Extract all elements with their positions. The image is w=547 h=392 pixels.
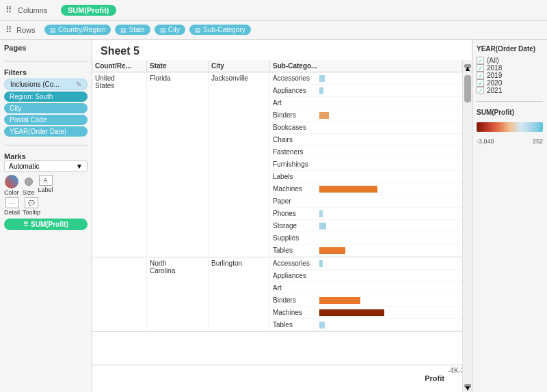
- group-block-burlington: NorthCarolina Burlington Accessories: [92, 257, 462, 332]
- country-region-icon: ▤: [50, 27, 56, 33]
- color-gradient-bar: [477, 122, 543, 132]
- bar-accessories: [319, 75, 325, 82]
- legend-item-2021[interactable]: ✓ 2021: [477, 87, 543, 94]
- right-panel: YEAR(Order Date) ✓ (All) ✓ 2018 ✓ 2019 ✓…: [472, 40, 547, 392]
- bar-acc2: [319, 260, 323, 267]
- size-icon: [22, 175, 36, 188]
- bar-binders2: [319, 297, 360, 304]
- list-item: Chairs: [270, 134, 462, 146]
- list-item: Art: [270, 97, 462, 109]
- dots-icon: ⠿: [23, 221, 28, 228]
- color-mark-btn[interactable]: Color: [4, 175, 19, 196]
- sheet-area: Sheet 5 Count/Re... State City Sub-Categ…: [92, 40, 472, 392]
- x-axis-label: Profit: [270, 374, 462, 382]
- marks-icons-row: Color Size A Label: [4, 175, 88, 196]
- list-item: Tables: [270, 244, 462, 257]
- marks-title: Marks: [4, 152, 88, 160]
- pages-title: Pages: [4, 44, 88, 52]
- chart-scroll[interactable]: UnitedStates Florida Jacksonville Access…: [92, 72, 462, 365]
- list-item: Bookcases: [270, 122, 462, 134]
- row-pill-subcategory[interactable]: ▤ Sub-Category: [189, 25, 251, 35]
- data-table: UnitedStates Florida Jacksonville Access…: [92, 72, 462, 332]
- scrollbar-thumb[interactable]: [464, 75, 471, 102]
- color-legend-title: SUM(Profit): [477, 109, 543, 116]
- bar-machines: [319, 186, 377, 193]
- list-item: Binders: [270, 109, 462, 122]
- legend-item-all[interactable]: ✓ (All): [477, 57, 543, 64]
- pages-section: Pages: [4, 44, 88, 54]
- list-item: Phones: [270, 208, 462, 220]
- detail-mark-btn[interactable]: ⋯ Detail: [4, 197, 20, 216]
- row-pill-state[interactable]: ▤ State: [115, 25, 150, 35]
- bar-binders: [319, 112, 329, 119]
- list-item: Paper: [270, 195, 462, 208]
- size-mark-btn[interactable]: Size: [22, 175, 36, 196]
- year-filter[interactable]: YEAR(Order Date): [4, 126, 88, 137]
- city-filter[interactable]: City: [4, 103, 88, 113]
- rows-grid-icon: ⠿: [5, 25, 12, 35]
- subcategory-icon: ▤: [195, 27, 201, 33]
- city-icon: ▤: [160, 27, 166, 33]
- col-header-state: State: [147, 60, 209, 72]
- marks-section: Marks Automatic ▼ Color Size: [4, 152, 88, 230]
- col-header-city: City: [209, 60, 270, 72]
- list-item: Art: [270, 282, 462, 294]
- checkbox-2021[interactable]: ✓: [477, 87, 484, 94]
- legend-item-2019[interactable]: ✓ 2019: [477, 72, 543, 79]
- legend-item-2018[interactable]: ✓ 2018: [477, 64, 543, 72]
- inclusions-filter[interactable]: Inclusions (Co... ✎: [4, 79, 88, 90]
- chevron-down-icon: ▼: [76, 163, 83, 170]
- sum-profit-columns-pill[interactable]: SUM(Profit): [61, 5, 116, 16]
- checkbox-2018[interactable]: ✓: [477, 64, 484, 72]
- state-icon: ▤: [120, 27, 126, 33]
- year-legend-items: ✓ (All) ✓ 2018 ✓ 2019 ✓ 2020 ✓ 2021: [477, 57, 543, 94]
- checkbox-all[interactable]: ✓: [477, 57, 484, 64]
- filters-section: Filters Inclusions (Co... ✎ Region: Sout…: [4, 68, 88, 138]
- bar-machines2: [319, 309, 384, 316]
- list-item: Supplies: [270, 232, 462, 244]
- scrollbar-up-arrow[interactable]: ▲: [464, 64, 471, 68]
- list-item: Tables: [270, 319, 462, 331]
- columns-grid-icon: ⠿: [5, 5, 12, 15]
- region-filter[interactable]: Region: South: [4, 92, 88, 102]
- x-axis: -4K -3K -2K -1K 0K Profit: [92, 365, 462, 392]
- list-item: Appliances: [270, 270, 462, 282]
- label-icon: A: [39, 175, 53, 186]
- group-header-row: UnitedStates Florida Jacksonville Access…: [92, 72, 462, 257]
- year-legend-title: YEAR(Order Date): [477, 45, 543, 53]
- checkbox-2019[interactable]: ✓: [477, 72, 484, 79]
- chart-wrapper: Count/Re... State City Sub-Catego...: [92, 60, 472, 392]
- row-pill-city[interactable]: ▤ City: [155, 25, 185, 35]
- bar-appliances: [319, 87, 323, 94]
- list-item: Accessories: [270, 257, 462, 270]
- columns-bar: ⠿ Columns SUM(Profit): [0, 0, 547, 20]
- subcategory-bars-jacksonville: Accessories Appliances: [270, 72, 462, 257]
- city-cell-burlington: Burlington: [209, 257, 270, 331]
- marks-icons-row2: ⋯ Detail 💬 Tooltip: [4, 197, 88, 216]
- x-tick-neg4k: -4K: [448, 365, 459, 374]
- checkbox-2020[interactable]: ✓: [477, 79, 484, 87]
- sum-profit-mark-btn[interactable]: ⠿ SUM(Profit): [4, 219, 88, 230]
- postal-filter[interactable]: Postal Code: [4, 115, 88, 125]
- tooltip-icon: 💬: [25, 197, 38, 208]
- subcategory-bars-burlington: Accessories Appliances: [270, 257, 462, 331]
- country-cell-2: [92, 257, 147, 331]
- chart-scrollbar[interactable]: ▲ ▼: [462, 60, 472, 392]
- scrollbar-down-arrow[interactable]: ▼: [464, 384, 471, 388]
- rows-bar: ⠿ Rows ▤ Country/Region ▤ State ▤ City ▤…: [0, 20, 547, 40]
- table-header: Count/Re... State City Sub-Catego...: [92, 60, 462, 72]
- bar-tables: [319, 247, 345, 254]
- bar-phones: [319, 210, 323, 217]
- state-cell-florida: Florida: [147, 72, 209, 257]
- legend-item-2020[interactable]: ✓ 2020: [477, 79, 543, 87]
- list-item: Machines: [270, 183, 462, 195]
- list-item: Fasteners: [270, 146, 462, 158]
- left-panel: Pages Filters Inclusions (Co... ✎ Region…: [0, 40, 92, 392]
- row-pill-country[interactable]: ▤ Country/Region: [44, 25, 111, 35]
- tooltip-mark-btn[interactable]: 💬 Tooltip: [23, 197, 40, 216]
- marks-type-select[interactable]: Automatic ▼: [4, 160, 88, 172]
- label-mark-btn[interactable]: A Label: [38, 175, 53, 196]
- filters-title: Filters: [4, 68, 88, 76]
- list-item: Storage: [270, 220, 462, 232]
- list-item: Accessories: [270, 72, 462, 85]
